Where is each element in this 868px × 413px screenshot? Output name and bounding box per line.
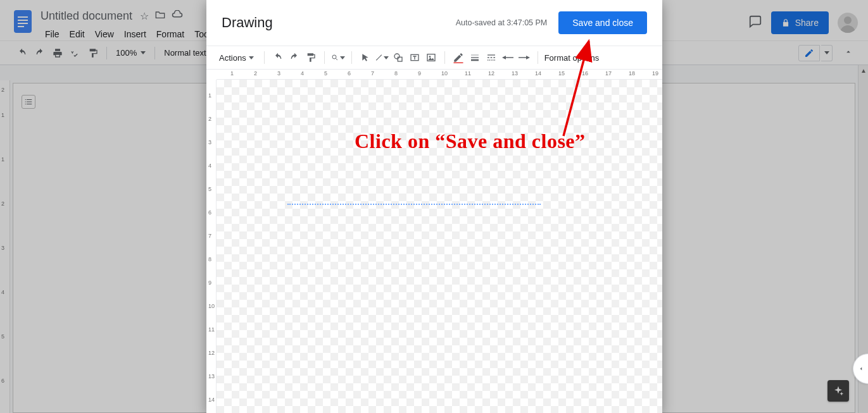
svg-rect-3 [18,23,28,24]
menu-format[interactable]: Format [152,27,189,42]
print-icon[interactable] [51,46,65,60]
svg-point-7 [394,54,399,59]
comments-icon[interactable] [748,15,762,31]
line-weight-icon[interactable] [468,51,482,65]
spellcheck-icon[interactable] [68,46,82,60]
cloud-status-icon[interactable] [172,10,183,22]
svg-rect-4 [18,26,24,27]
scroll-up-icon[interactable]: ▲ [859,65,868,75]
dialog-title: Drawing [222,15,273,31]
drawing-canvas[interactable] [217,80,662,413]
doc-title[interactable]: Untitled document [41,9,132,23]
redo-icon[interactable] [33,46,47,60]
save-and-close-button[interactable]: Save and close [558,11,647,34]
zoom-dropdown[interactable]: 100% [113,48,148,58]
autosave-status: Auto-saved at 3:47:05 PM [456,18,548,27]
svg-rect-12 [453,63,463,64]
explore-button[interactable] [827,380,849,402]
select-tool-icon[interactable] [358,51,372,65]
paint-format-icon[interactable] [86,46,100,60]
actions-label: Actions [219,53,246,63]
line-start-icon[interactable] [501,51,515,65]
drawn-dotted-line[interactable] [287,204,541,205]
svg-rect-8 [398,57,402,61]
dialog-header: Drawing Auto-saved at 3:47:05 PM Save an… [206,0,662,46]
menu-edit[interactable]: Edit [65,27,89,42]
paint-format-icon[interactable] [304,51,318,65]
undo-icon[interactable] [15,46,29,60]
svg-rect-1 [18,16,28,18]
zoom-dropdown-icon[interactable] [331,51,345,65]
image-tool-icon[interactable] [424,51,438,65]
pencil-icon [804,48,814,58]
actions-dropdown[interactable]: Actions [219,53,258,63]
menu-insert[interactable]: Insert [120,27,151,42]
star-icon[interactable]: ☆ [140,10,149,22]
editing-mode-dropdown[interactable] [798,45,833,61]
docs-logo-icon[interactable] [10,9,35,34]
redo-icon[interactable] [287,51,301,65]
share-label: Share [795,18,819,28]
paragraph-style-dropdown[interactable]: Normal text [161,48,208,58]
chevron-down-icon [384,56,389,59]
shape-tool-icon[interactable] [391,51,405,65]
svg-point-5 [844,16,852,24]
format-options-button[interactable]: Format options [544,53,600,63]
horizontal-ruler: 12345678910111213141516171819 [217,70,662,80]
svg-point-11 [429,56,431,58]
chevron-down-icon [824,51,829,54]
line-end-icon[interactable] [517,51,531,65]
account-avatar[interactable] [838,13,858,33]
drawing-toolbar: Actions Format options [206,46,662,70]
outline-toggle-icon[interactable] [22,95,35,109]
svg-rect-2 [18,20,28,21]
zoom-value: 100% [116,48,137,58]
menu-view[interactable]: View [91,27,118,42]
share-button[interactable]: Share [771,11,829,34]
move-icon[interactable] [155,10,165,22]
vertical-ruler: 1234567891011121314 [206,80,217,413]
chevron-down-icon [340,56,345,59]
menu-file[interactable]: File [41,27,64,42]
line-color-icon[interactable] [451,51,465,65]
drawing-dialog: Drawing Auto-saved at 3:47:05 PM Save an… [206,0,662,413]
svg-rect-0 [14,10,32,33]
collapse-toolbar-icon[interactable] [844,47,853,59]
vertical-ruler: 2 1 1 2 3 4 5 6 [0,80,10,413]
chevron-down-icon [249,56,254,59]
textbox-tool-icon[interactable] [408,51,422,65]
line-dash-icon[interactable] [484,51,498,65]
style-value: Normal text [164,48,206,58]
svg-point-6 [332,55,336,59]
chevron-down-icon [141,51,146,54]
lock-icon [781,18,790,27]
undo-icon[interactable] [271,51,285,65]
line-tool-icon[interactable] [375,51,389,65]
